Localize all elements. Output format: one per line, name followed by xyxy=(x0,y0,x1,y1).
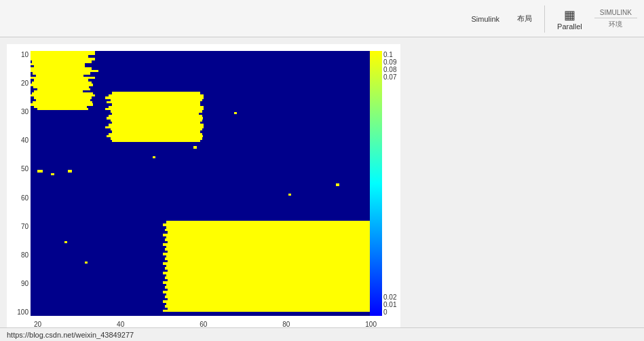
parallel-label: Parallel xyxy=(557,22,582,31)
y-tick-30: 30 xyxy=(8,108,29,115)
y-tick-20: 20 xyxy=(8,79,29,87)
pixel-cluster xyxy=(37,108,88,110)
status-url: https://blog.csdn.net/weixin_43849277 xyxy=(7,331,134,339)
parallel-section: ▦ Parallel xyxy=(552,5,588,33)
pixel-cluster xyxy=(288,194,291,196)
y-tick-70: 70 xyxy=(8,223,29,230)
colorbar-container: 0.1 0.09 0.08 0.07 0.02 0.01 0 xyxy=(370,51,397,316)
plot-container: 10 20 30 40 50 60 70 80 90 100 xyxy=(7,44,400,329)
y-tick-100: 100 xyxy=(8,308,29,316)
y-tick-10: 10 xyxy=(8,51,29,58)
y-tick-60: 60 xyxy=(8,194,29,202)
pixel-cluster xyxy=(37,170,43,173)
y-axis: 10 20 30 40 50 60 70 80 90 100 xyxy=(8,51,29,316)
cb-tick-0.1: 0.1 xyxy=(383,51,396,58)
cb-tick-0.09: 0.09 xyxy=(383,58,396,66)
cb-tick-0.08: 0.08 xyxy=(383,66,396,73)
pixel-cluster xyxy=(163,310,377,312)
pixel-cluster xyxy=(336,183,339,186)
simulink-section-label: SIMULINK xyxy=(594,7,637,18)
toolbar-right: Simulink 布局 ▦ Parallel SIMULINK 环境 xyxy=(466,0,638,37)
layout-label: 布局 xyxy=(517,14,532,24)
cb-tick-0: 0 xyxy=(383,308,396,316)
y-tick-50: 50 xyxy=(8,165,29,173)
toolbar: Simulink 布局 ▦ Parallel SIMULINK 环境 xyxy=(0,0,644,37)
simulink-button[interactable]: Simulink xyxy=(466,12,506,26)
simulink-label: Simulink xyxy=(472,15,500,23)
pixel-cluster xyxy=(153,156,155,158)
layout-button[interactable]: 布局 xyxy=(512,11,537,26)
plot-canvas[interactable] xyxy=(31,51,377,316)
pixel-cluster xyxy=(234,112,237,114)
parallel-button[interactable]: ▦ Parallel xyxy=(552,5,588,33)
parallel-icon: ▦ xyxy=(564,7,575,22)
y-tick-90: 90 xyxy=(8,280,29,287)
cb-tick-0.02: 0.02 xyxy=(383,293,396,301)
cb-tick-0.07: 0.07 xyxy=(383,73,396,81)
main-area: 10 20 30 40 50 60 70 80 90 100 xyxy=(0,37,644,327)
pixel-cluster xyxy=(112,140,200,142)
divider xyxy=(544,5,545,33)
y-tick-40: 40 xyxy=(8,137,29,144)
colorbar-ticks: 0.1 0.09 0.08 0.07 0.02 0.01 0 xyxy=(383,51,396,316)
y-tick-80: 80 xyxy=(8,251,29,259)
pixel-cluster xyxy=(64,241,67,243)
simulink-section: Simulink xyxy=(466,12,506,26)
colorbar xyxy=(370,51,382,316)
pixel-cluster xyxy=(68,170,72,173)
layout-section: 布局 xyxy=(512,11,537,26)
right-area: 删除 位置 ▶ 标准颜色图 ▶ 交互调整颜色图偏移 打开颜色图编辑器 打开属性检… xyxy=(400,37,644,327)
sections-labels: SIMULINK 环境 xyxy=(594,7,637,31)
pixel-cluster xyxy=(193,146,197,149)
pixel-cluster xyxy=(51,173,54,175)
env-section-label: 环境 xyxy=(594,18,637,31)
status-bar: https://blog.csdn.net/weixin_43849277 xyxy=(0,327,644,341)
pixel-cluster xyxy=(85,262,88,264)
cb-tick-0.01: 0.01 xyxy=(383,301,396,308)
